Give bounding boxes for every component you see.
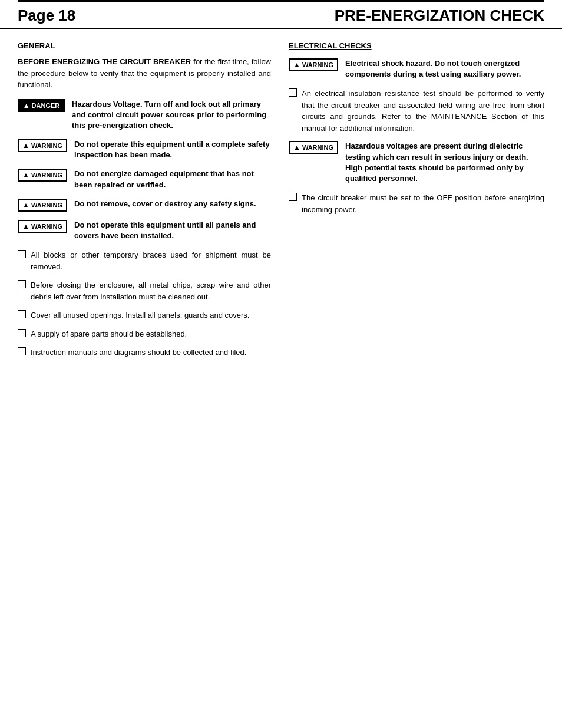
- list-item: All blocks or other temporary braces use…: [18, 249, 271, 272]
- warning-triangle-icon-3: ▲: [22, 201, 29, 209]
- checkbox-1[interactable]: [18, 250, 26, 258]
- warning-label-4: WARNING: [31, 223, 62, 230]
- warning-text-3: Do not remove, cover or destroy any safe…: [74, 199, 256, 209]
- checkbox-4[interactable]: [18, 329, 26, 337]
- elec-warning-block-2: ▲ WARNING Hazardous voltages are present…: [289, 141, 544, 184]
- left-column: GENERAL BEFORE ENERGIZING THE CIRCUIT BR…: [18, 41, 283, 365]
- warning-block-3: ▲ WARNING Do not remove, cover or destro…: [18, 199, 271, 212]
- elec-warning-badge-2: ▲ WARNING: [289, 141, 338, 154]
- intro-paragraph: BEFORE ENERGIZING THE CIRCUIT BREAKER fo…: [18, 56, 271, 91]
- warning-label-3: WARNING: [31, 202, 62, 209]
- intro-bold: BEFORE ENERGIZING THE CIRCUIT BREAKER: [18, 57, 191, 66]
- right-column: ELECTRICAL CHECKS ▲ WARNING Electrical s…: [283, 41, 544, 365]
- elec-warning-block-1: ▲ WARNING Electrical shock hazard. Do no…: [289, 58, 544, 80]
- elec-warning-label-2: WARNING: [302, 144, 333, 151]
- electrical-section-title: ELECTRICAL CHECKS: [289, 41, 544, 50]
- list-item: Instruction manuals and diagrams should …: [18, 347, 271, 358]
- list-item: An electrical insulation resistance test…: [289, 88, 544, 134]
- elec-warning-badge-1: ▲ WARNING: [289, 58, 338, 71]
- page-header: Page 18 PRE-ENERGIZATION CHECK: [0, 2, 562, 29]
- warning-block-1: ▲ WARNING Do not operate this equipment …: [18, 139, 271, 160]
- left-checklist: All blocks or other temporary braces use…: [18, 249, 271, 358]
- danger-label: DANGER: [32, 102, 60, 109]
- checkbox-3[interactable]: [18, 310, 26, 318]
- checkbox-5[interactable]: [18, 347, 26, 355]
- elec-warning-label-1: WARNING: [302, 61, 333, 68]
- warning-label-2: WARNING: [31, 172, 62, 179]
- page-title: PRE-ENERGIZATION CHECK: [335, 6, 544, 25]
- checklist-text-1: All blocks or other temporary braces use…: [31, 249, 271, 272]
- warning-badge-1: ▲ WARNING: [18, 139, 67, 152]
- warning-text-1: Do not operate this equipment until a co…: [74, 139, 271, 160]
- elec-warning-triangle-icon-1: ▲: [293, 61, 300, 69]
- danger-badge: ▲ DANGER: [18, 99, 65, 112]
- warning-triangle-icon-4: ▲: [22, 222, 29, 230]
- elec-checklist-text-2: The circuit breaker must be set to the O…: [302, 192, 544, 215]
- general-section-title: GENERAL: [18, 41, 271, 50]
- warning-text-2: Do not energize damaged equipment that h…: [74, 169, 271, 190]
- elec-warning-text-2: Hazardous voltages are present during di…: [345, 141, 544, 184]
- danger-triangle-icon: ▲: [23, 101, 30, 110]
- warning-badge-3: ▲ WARNING: [18, 199, 67, 212]
- checklist-text-2: Before closing the enclosure, all metal …: [31, 279, 271, 302]
- list-item: Before closing the enclosure, all metal …: [18, 279, 271, 302]
- list-item: Cover all unused openings. Install all p…: [18, 309, 271, 321]
- warning-badge-2: ▲ WARNING: [18, 169, 67, 182]
- checklist-text-3: Cover all unused openings. Install all p…: [31, 309, 271, 321]
- warning-text-4: Do not operate this equipment until all …: [74, 220, 271, 241]
- warning-label-1: WARNING: [31, 142, 62, 149]
- warning-badge-4: ▲ WARNING: [18, 220, 67, 233]
- list-item: A supply of spare parts should be establ…: [18, 328, 271, 340]
- elec-checkbox-2[interactable]: [289, 193, 297, 201]
- danger-block: ▲ DANGER Hazardous Voltage. Turn off and…: [18, 99, 271, 131]
- list-item: The circuit breaker must be set to the O…: [289, 192, 544, 215]
- warning-block-4: ▲ WARNING Do not operate this equipment …: [18, 220, 271, 241]
- checklist-text-4: A supply of spare parts should be establ…: [31, 328, 271, 340]
- danger-text: Hazardous Voltage. Turn off and lock out…: [72, 99, 271, 131]
- elec-checklist-text-1: An electrical insulation resistance test…: [302, 88, 544, 134]
- warning-triangle-icon-2: ▲: [22, 171, 29, 179]
- warning-triangle-icon-1: ▲: [22, 141, 29, 150]
- elec-checkbox-1[interactable]: [289, 88, 297, 97]
- warning-block-2: ▲ WARNING Do not energize damaged equipm…: [18, 169, 271, 190]
- checklist-text-5: Instruction manuals and diagrams should …: [31, 347, 271, 358]
- elec-warning-triangle-icon-2: ▲: [293, 143, 300, 151]
- page-number: Page 18: [18, 6, 75, 25]
- elec-warning-text-1: Electrical shock hazard. Do not touch en…: [345, 58, 544, 80]
- checkbox-2[interactable]: [18, 280, 26, 288]
- main-content: GENERAL BEFORE ENERGIZING THE CIRCUIT BR…: [0, 29, 562, 377]
